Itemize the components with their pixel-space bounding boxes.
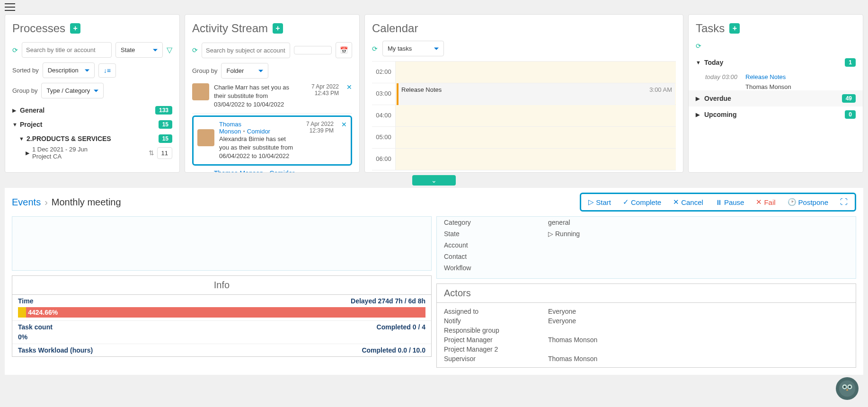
add-process-button[interactable]: +	[70, 23, 80, 34]
group-by-label: Group by	[192, 67, 217, 74]
folder-select[interactable]: Folder	[221, 63, 268, 79]
hamburger-menu[interactable]	[5, 3, 15, 11]
cal-hour-label: 04:00	[372, 105, 396, 126]
pause-icon: ⏸	[715, 198, 722, 206]
tree-item-general[interactable]: ▶General 133	[12, 103, 172, 117]
actors-title: Actors	[437, 284, 856, 303]
collapse-button[interactable]: ⌄	[412, 175, 456, 186]
cal-hour-label: 02:00	[372, 62, 396, 83]
app-link[interactable]: Comidor	[269, 169, 294, 173]
count-badge: 15	[159, 120, 172, 129]
chevron-right-icon: ▶	[696, 96, 700, 102]
actions-bar: ▷Start ✓Complete ✕Cancel ⏸Pause ✕Fail 🕑P…	[580, 193, 856, 212]
chevron-down-icon: ▼	[696, 60, 700, 65]
chevron-right-icon: ▶	[26, 150, 30, 156]
count-input[interactable]: 11	[157, 147, 172, 159]
play-icon: ▷	[588, 198, 594, 206]
task-person: Thomas Monson	[696, 83, 856, 90]
chevron-right-icon: ▶	[696, 112, 700, 118]
fail-button[interactable]: ✕Fail	[756, 198, 775, 206]
detail-area: Events › Monthly meeting ▷Start ✓Complet…	[5, 188, 863, 375]
postpone-button[interactable]: 🕑Postpone	[788, 198, 828, 206]
info-title: Info	[12, 276, 431, 295]
cal-hour-label: 05:00	[372, 127, 396, 148]
group-select[interactable]: Type / Category	[41, 83, 104, 98]
activity-search-input[interactable]	[202, 43, 290, 58]
pause-button[interactable]: ⏸Pause	[715, 198, 744, 206]
progress-bar: 4424.66%	[18, 307, 425, 318]
task-section-overdue[interactable]: ▶Overdue 49	[689, 90, 863, 106]
task-row[interactable]: today 03:00 Release Notes	[696, 71, 856, 83]
fullscreen-icon[interactable]: ⛶	[840, 198, 848, 206]
breadcrumb: Events › Monthly meeting	[12, 197, 121, 208]
cal-hour-label: 06:00	[372, 149, 396, 170]
app-link[interactable]: Comidor	[247, 128, 270, 135]
avatar	[192, 83, 209, 100]
close-icon: ✕	[673, 198, 679, 206]
breadcrumb-root-link[interactable]: Events	[12, 197, 41, 208]
refresh-icon[interactable]: ⟳	[12, 46, 18, 54]
count-badge: 0	[845, 110, 856, 119]
calendar-title: Calendar	[372, 22, 418, 35]
info-card: Info Time Delayed 274d 7h / 6d 8h 4424.6…	[12, 275, 432, 357]
calendar-panel: Calendar ⟳ My tasks 02:00 03:00 Release …	[364, 14, 683, 173]
sort-direction-button[interactable]: ↓≡	[98, 63, 116, 78]
check-icon: ✓	[623, 198, 629, 206]
activity-item-highlighted[interactable]: Thomas Monson•Comidor Alexandra Birnie h…	[192, 115, 352, 166]
calendar-icon[interactable]: 📅	[336, 42, 352, 58]
state-select[interactable]: State	[115, 42, 163, 58]
extra-select[interactable]	[294, 46, 332, 54]
cancel-button[interactable]: ✕Cancel	[673, 198, 703, 206]
tasks-panel: Tasks + ⟳ ▼Today 1 today 03:00 Release N…	[688, 14, 863, 173]
complete-button[interactable]: ✓Complete	[623, 198, 661, 206]
close-icon[interactable]: ✕	[346, 83, 352, 109]
chevron-down-icon: ▼	[19, 136, 24, 142]
tasks-title: Tasks	[696, 22, 725, 35]
count-badge: 1	[845, 58, 856, 67]
processes-title: Processes	[12, 22, 65, 35]
tree-item-products[interactable]: ▼2.PRODUCTS & SERVICES 15	[12, 132, 172, 146]
cal-hour-label: 03:00	[372, 83, 396, 105]
refresh-icon[interactable]: ⟳	[192, 46, 198, 54]
user-link[interactable]: Thomas Monson	[214, 169, 263, 173]
meta-box: Categorygeneral State▷Running Account Co…	[436, 216, 856, 279]
refresh-icon[interactable]: ⟳	[372, 45, 378, 53]
add-activity-button[interactable]: +	[273, 23, 283, 34]
play-icon: ▷	[548, 230, 553, 238]
start-button[interactable]: ▷Start	[588, 198, 611, 206]
chevron-down-icon: ▼	[12, 122, 17, 127]
truncated-item: Project CA	[32, 153, 88, 160]
task-link[interactable]: Release Notes	[745, 73, 786, 80]
activity-title: Activity Stream	[192, 22, 268, 35]
tree-item-project[interactable]: ▼Project 15	[12, 117, 172, 132]
chevron-right-icon: ›	[44, 197, 48, 208]
task-section-upcoming[interactable]: ▶Upcoming 0	[696, 106, 856, 123]
sorted-by-label: Sorted by	[12, 67, 39, 74]
actors-card: Actors Assigned toEveryone NotifyEveryon…	[436, 283, 856, 368]
drag-icon[interactable]: ⇅	[149, 149, 154, 157]
refresh-icon[interactable]: ⟳	[696, 42, 701, 50]
process-search-input[interactable]	[22, 42, 112, 58]
group-by-label: Group by	[12, 87, 37, 94]
count-badge: 49	[842, 94, 856, 103]
clock-icon: 🕑	[788, 198, 797, 206]
task-section-today[interactable]: ▼Today 1	[696, 54, 856, 71]
calendar-grid: 02:00 03:00 Release Notes 3:00 AM 04:00 …	[372, 61, 676, 170]
add-task-button[interactable]: +	[729, 23, 740, 34]
activity-panel: Activity Stream + ⟳ 📅 Group by Folder Ch…	[185, 14, 360, 173]
user-link[interactable]: Thomas Monson	[219, 121, 241, 135]
chevron-right-icon: ▶	[12, 107, 17, 114]
breadcrumb-current: Monthly meeting	[52, 197, 121, 208]
activity-item[interactable]: Charlie Marr has set you as their substi…	[192, 80, 352, 114]
calendar-view-select[interactable]: My tasks	[382, 41, 444, 56]
processes-panel: Processes + ⟳ State ▽ Sorted by Descript…	[5, 14, 180, 173]
close-icon[interactable]: ✕	[341, 121, 347, 161]
sort-select[interactable]: Description	[43, 62, 95, 78]
close-icon: ✕	[756, 198, 762, 206]
count-badge: 15	[159, 134, 172, 143]
avatar	[197, 129, 214, 146]
count-badge: 133	[155, 106, 172, 115]
filter-icon[interactable]: ▽	[167, 45, 172, 54]
date-range: 1 Dec 2021 - 29 Jun	[32, 146, 88, 153]
